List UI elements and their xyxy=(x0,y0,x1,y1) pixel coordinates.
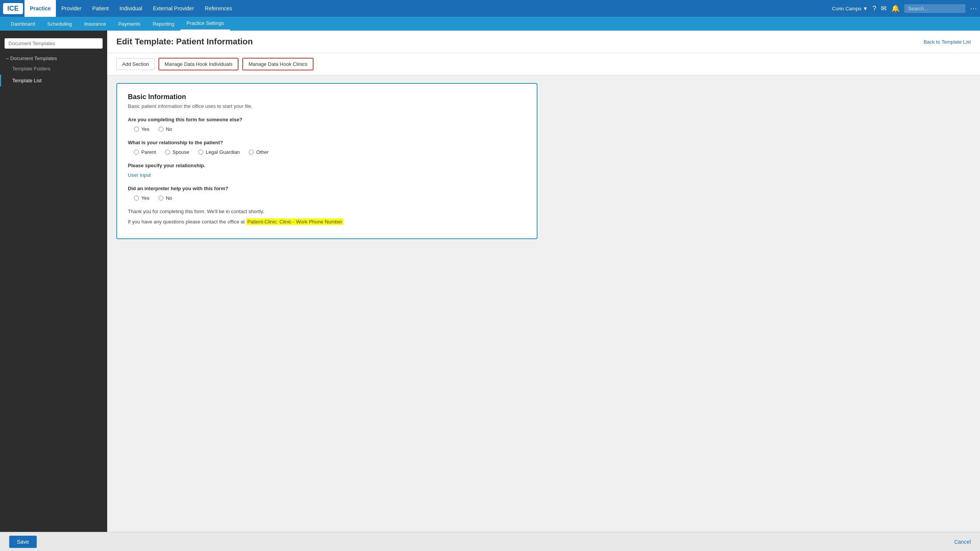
nav2-scheduling[interactable]: Scheduling xyxy=(41,17,78,31)
nav-practice[interactable]: Practice xyxy=(24,0,56,17)
section-title: Basic Information xyxy=(128,93,526,101)
page-title: Edit Template: Patient Information xyxy=(116,37,253,47)
sidebar-item-template-list[interactable]: Template List xyxy=(0,75,107,86)
help-icon[interactable]: ? xyxy=(872,5,876,13)
toolbar: Add Section Manage Data Hook Individuals… xyxy=(107,53,980,75)
section-description: Basic patient information the office use… xyxy=(128,103,526,109)
content-area: Edit Template: Patient Information Back … xyxy=(107,31,980,532)
form-section-basic-information: Basic Information Basic patient informat… xyxy=(116,83,537,239)
footer-contact-text: If you have any questions please contact… xyxy=(128,219,526,225)
save-button[interactable]: Save xyxy=(9,536,37,548)
app-logo: ICE xyxy=(3,3,23,14)
radio-option-legal-guardian[interactable]: Legal Guardian xyxy=(198,149,240,155)
second-nav: Dashboard Scheduling Insurance Payments … xyxy=(0,17,980,31)
radio-group-q1: Yes No xyxy=(128,126,526,132)
sidebar-search-input[interactable] xyxy=(5,38,103,49)
nav-patient[interactable]: Patient xyxy=(87,0,114,17)
question-block-q3: Please specify your relationship. User I… xyxy=(128,163,526,178)
nav2-insurance[interactable]: Insurance xyxy=(78,17,112,31)
nav2-practice-settings[interactable]: Practice Settings xyxy=(180,17,230,31)
radio-option-no-q4[interactable]: No xyxy=(158,195,172,201)
nav-individual[interactable]: Individual xyxy=(114,0,147,17)
question-label-q2: What is your relationship to the patient… xyxy=(128,140,526,145)
question-label-q3: Please specify your relationship. xyxy=(128,163,526,168)
more-icon[interactable]: ⋯ xyxy=(970,4,977,13)
content-header: Edit Template: Patient Information Back … xyxy=(107,31,980,53)
manage-data-hook-individuals-button[interactable]: Manage Data Hook Individuals xyxy=(158,58,238,70)
search-input[interactable] xyxy=(904,4,965,13)
nav-references[interactable]: References xyxy=(199,0,238,17)
question-label-q1: Are you completing this form for someone… xyxy=(128,117,526,122)
radio-option-other[interactable]: Other xyxy=(249,149,269,155)
user-name[interactable]: Corin Campo ▼ xyxy=(832,6,868,11)
question-block-q4: Did an interpreter help you with this fo… xyxy=(128,186,526,201)
radio-group-q4: Yes No xyxy=(128,195,526,201)
radio-group-q2: Parent Spouse Legal Guardian Other xyxy=(128,149,526,155)
radio-option-yes-q1[interactable]: Yes xyxy=(134,126,149,132)
radio-option-spouse[interactable]: Spouse xyxy=(165,149,189,155)
user-input-link-q3[interactable]: User Input xyxy=(128,172,526,178)
bell-icon[interactable]: 🔔 xyxy=(891,4,900,13)
nav2-reporting[interactable]: Reporting xyxy=(147,17,180,31)
contact-text-before: If you have any questions please contact… xyxy=(128,219,246,225)
nav2-dashboard[interactable]: Dashboard xyxy=(5,17,41,31)
radio-option-no-q1[interactable]: No xyxy=(158,126,172,132)
add-section-button[interactable]: Add Section xyxy=(116,58,155,70)
top-nav-right: Corin Campo ▼ ? ✉ 🔔 ⋯ xyxy=(832,4,977,13)
top-nav: ICE Practice Provider Patient Individual… xyxy=(0,0,980,17)
nav2-payments[interactable]: Payments xyxy=(112,17,147,31)
nav-external-provider[interactable]: External Provider xyxy=(147,0,199,17)
footer: Save Cancel xyxy=(0,532,980,551)
question-block-q1: Are you completing this form for someone… xyxy=(128,117,526,132)
sidebar-item-template-folders[interactable]: Template Folders xyxy=(0,63,107,75)
question-block-q2: What is your relationship to the patient… xyxy=(128,140,526,155)
manage-data-hook-clinics-button[interactable]: Manage Data Hook Clinics xyxy=(242,58,314,70)
sidebar-search-container xyxy=(0,35,107,52)
sidebar-section-document-templates: – Document Templates xyxy=(0,52,107,63)
sidebar: – Document Templates Template Folders Te… xyxy=(0,31,107,532)
form-area: Basic Information Basic patient informat… xyxy=(107,75,980,532)
mail-icon[interactable]: ✉ xyxy=(881,4,887,13)
nav-provider[interactable]: Provider xyxy=(56,0,87,17)
radio-option-parent[interactable]: Parent xyxy=(134,149,156,155)
question-label-q4: Did an interpreter help you with this fo… xyxy=(128,186,526,191)
data-hook-tag: Patient-Clinic: Clinic - Work Phone Numb… xyxy=(246,218,343,225)
footer-thank-you-text: Thank you for completing this form. We'l… xyxy=(128,209,526,214)
back-to-template-list-link[interactable]: Back to Template List xyxy=(924,39,971,45)
cancel-button[interactable]: Cancel xyxy=(954,539,971,545)
radio-option-yes-q4[interactable]: Yes xyxy=(134,195,149,201)
main-layout: – Document Templates Template Folders Te… xyxy=(0,31,980,532)
